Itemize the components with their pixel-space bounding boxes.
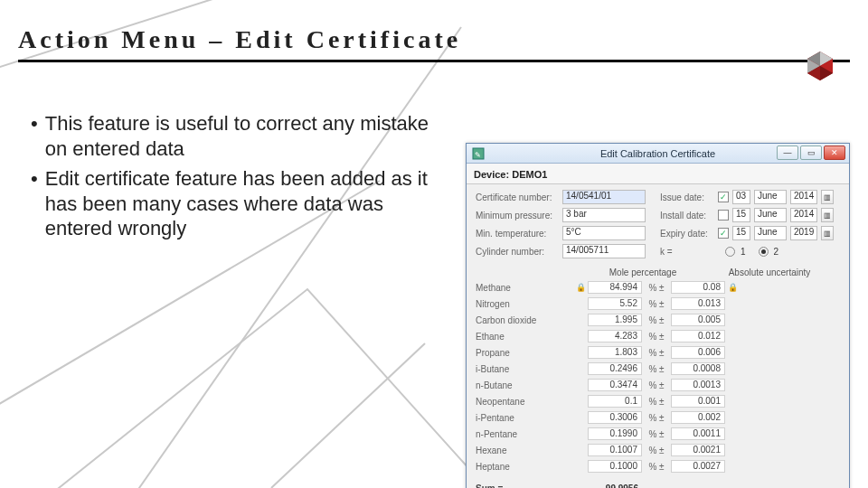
uncertainty-input[interactable]: 0.0027 — [671, 460, 725, 473]
bullet-text: Edit certificate feature has been added … — [45, 166, 429, 241]
mole-pct-input[interactable]: 0.1 — [588, 395, 642, 408]
pct-unit: % ± — [642, 332, 671, 342]
expiry-day-input[interactable]: 15 — [732, 226, 750, 240]
mole-pct-input[interactable]: 0.1007 — [588, 444, 642, 456]
certificate-number-input[interactable]: 14/0541/01 — [562, 190, 646, 204]
window-titlebar[interactable]: ✎ Edit Calibration Certificate — ▭ ✕ — [467, 144, 849, 164]
issue-month-input[interactable]: June — [754, 190, 787, 204]
pct-unit: % ± — [642, 413, 671, 423]
minimize-button[interactable]: — — [777, 145, 798, 160]
uncertainty-input[interactable]: 0.0021 — [671, 444, 725, 456]
component-name: Ethane — [476, 332, 573, 342]
pct-unit: % ± — [642, 283, 671, 293]
k-label: k = — [660, 247, 712, 257]
sum-label: Sum = — [476, 483, 573, 489]
issue-date-picker[interactable]: ▥ — [821, 190, 834, 204]
mole-pct-input[interactable]: 0.3474 — [588, 379, 642, 391]
min-pressure-input[interactable]: 3 bar — [562, 208, 646, 222]
k1-label: 1 — [741, 247, 746, 257]
uncertainty-input[interactable]: 0.08 — [671, 281, 725, 294]
component-name: Propane — [476, 348, 573, 358]
sum-value: 99.9956 — [588, 483, 642, 489]
min-temperature-label: Min. temperature: — [476, 229, 557, 239]
install-date-label: Install date: — [660, 211, 712, 221]
k2-radio[interactable] — [759, 247, 769, 257]
lock-icon[interactable]: 🔒 — [725, 283, 740, 292]
k2-label: 2 — [774, 247, 779, 257]
pct-unit: % ± — [642, 397, 671, 407]
component-row: Heptane0.1000% ±0.0027 — [476, 458, 840, 474]
maximize-button[interactable]: ▭ — [800, 145, 822, 160]
component-name: i-Pentane — [476, 413, 573, 423]
component-row: i-Butane0.2496% ±0.0008 — [476, 361, 840, 377]
uncertainty-input[interactable]: 0.012 — [671, 330, 725, 343]
expiry-month-input[interactable]: June — [754, 226, 787, 240]
component-grid: Methane🔒84.994% ±0.08🔒Nitrogen5.52% ±0.0… — [476, 279, 840, 474]
logo-icon — [796, 43, 844, 92]
device-label: Device: — [474, 169, 509, 180]
cylinder-number-input[interactable]: 14/005711 — [562, 244, 646, 258]
component-name: n-Pentane — [476, 429, 573, 439]
component-row: Methane🔒84.994% ±0.08🔒 — [476, 279, 840, 296]
mole-pct-input[interactable]: 0.1000 — [588, 460, 642, 473]
uncertainty-input[interactable]: 0.005 — [671, 314, 725, 326]
mole-pct-input[interactable]: 1.995 — [588, 314, 642, 326]
issue-year-input[interactable]: 2014 — [790, 190, 817, 204]
uncertainty-input[interactable]: 0.002 — [671, 411, 725, 424]
mole-pct-input[interactable]: 5.52 — [588, 297, 642, 310]
pct-unit: % ± — [642, 299, 671, 309]
pct-unit: % ± — [642, 462, 671, 472]
uncertainty-input[interactable]: 0.0011 — [671, 427, 725, 440]
device-value: DEMO1 — [512, 169, 547, 180]
app-icon: ✎ — [472, 147, 485, 160]
component-name: Carbon dioxide — [476, 315, 573, 325]
window-title: Edit Calibration Certificate — [600, 148, 715, 159]
expiry-date-checkbox[interactable]: ✓ — [718, 228, 729, 239]
component-row: n-Butane0.3474% ±0.0013 — [476, 377, 840, 393]
component-name: Nitrogen — [476, 299, 573, 309]
mole-pct-header: Mole percentage — [575, 267, 711, 277]
pct-unit: % ± — [642, 364, 671, 374]
mole-pct-input[interactable]: 0.1990 — [588, 427, 642, 440]
expiry-date-label: Expiry date: — [660, 229, 712, 239]
uncertainty-input[interactable]: 0.0008 — [671, 362, 725, 375]
component-name: n-Butane — [476, 380, 573, 390]
uncertainty-input[interactable]: 0.001 — [671, 395, 725, 408]
expiry-date-picker[interactable]: ▥ — [821, 226, 834, 240]
pct-unit: % ± — [642, 315, 671, 325]
mole-pct-input[interactable]: 84.994 — [588, 281, 642, 294]
bullet-list: This feature is useful to correct any mi… — [31, 111, 429, 241]
uncertainty-input[interactable]: 0.013 — [671, 297, 725, 310]
lock-icon[interactable]: 🔒 — [573, 283, 588, 292]
uncertainty-header: Absolute uncertainty — [711, 267, 828, 277]
install-day-input[interactable]: 15 — [732, 208, 750, 222]
component-name: Neopentane — [476, 397, 573, 407]
close-button[interactable]: ✕ — [824, 145, 845, 160]
issue-date-checkbox[interactable]: ✓ — [718, 192, 729, 202]
page-title: Action Menu – Edit Certificate — [18, 25, 868, 54]
mole-pct-input[interactable]: 1.803 — [588, 346, 642, 359]
k1-radio[interactable] — [725, 247, 735, 257]
install-year-input[interactable]: 2014 — [790, 208, 817, 222]
min-temperature-input[interactable]: 5°C — [562, 226, 646, 240]
mole-pct-input[interactable]: 0.2496 — [588, 362, 642, 375]
cylinder-number-label: Cylinder number: — [476, 247, 557, 257]
install-date-picker[interactable]: ▥ — [821, 208, 834, 222]
bullet-text: This feature is useful to correct any mi… — [45, 111, 429, 161]
component-row: Nitrogen5.52% ±0.013 — [476, 296, 840, 312]
component-name: Methane — [476, 283, 573, 293]
mole-pct-input[interactable]: 4.283 — [588, 330, 642, 343]
issue-day-input[interactable]: 03 — [732, 190, 750, 204]
mole-pct-input[interactable]: 0.3006 — [588, 411, 642, 424]
component-row: Hexane0.1007% ±0.0021 — [476, 442, 840, 458]
component-row: n-Pentane0.1990% ±0.0011 — [476, 426, 840, 442]
pct-unit: % ± — [642, 429, 671, 439]
uncertainty-input[interactable]: 0.0013 — [671, 379, 725, 391]
uncertainty-input[interactable]: 0.006 — [671, 346, 725, 359]
component-row: i-Pentane0.3006% ±0.002 — [476, 409, 840, 426]
expiry-year-input[interactable]: 2019 — [790, 226, 817, 240]
install-date-checkbox[interactable] — [718, 210, 729, 221]
component-row: Ethane4.283% ±0.012 — [476, 328, 840, 344]
install-month-input[interactable]: June — [754, 208, 787, 222]
pct-unit: % ± — [642, 380, 671, 390]
